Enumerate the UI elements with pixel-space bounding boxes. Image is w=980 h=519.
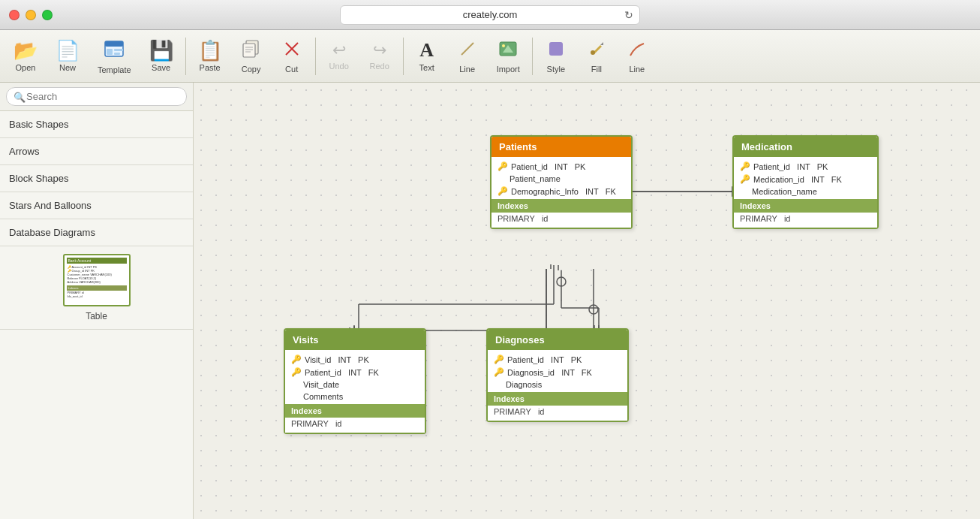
key-icon: 🔑 bbox=[494, 355, 504, 364]
svg-point-46 bbox=[557, 277, 566, 286]
copy-label: Copy bbox=[242, 65, 261, 74]
search-input[interactable] bbox=[6, 87, 187, 106]
key-icon: 🔑 bbox=[498, 161, 508, 171]
line2-label: Line bbox=[629, 65, 645, 74]
separator-1 bbox=[185, 38, 186, 75]
open-label: Open bbox=[16, 63, 36, 72]
open-button[interactable]: 📂 Open bbox=[6, 36, 45, 77]
sidebar-item-label: Block Shapes bbox=[9, 173, 69, 184]
fill-button[interactable]: Fill bbox=[578, 35, 615, 78]
index-header: Indexes bbox=[492, 199, 631, 213]
diagnoses-table-header: Diagnoses bbox=[488, 330, 627, 350]
text-label: Text bbox=[419, 63, 434, 72]
style-icon bbox=[546, 39, 566, 62]
sidebar-item-label: Database Diagrams bbox=[9, 227, 95, 238]
template-icon bbox=[104, 38, 125, 62]
paste-button[interactable]: 📋 Paste bbox=[191, 36, 230, 77]
save-label: Save bbox=[152, 63, 170, 72]
index-header: Indexes bbox=[285, 404, 425, 418]
redo-label: Redo bbox=[369, 62, 389, 71]
close-button[interactable] bbox=[9, 10, 20, 20]
traffic-lights bbox=[9, 10, 53, 20]
sidebar-item-basic-shapes[interactable]: Basic Shapes bbox=[0, 111, 193, 138]
table-row: 🔑 Demographic_Info INT FK bbox=[498, 185, 625, 198]
table-row: 🔑 Patient_id INT PK bbox=[498, 160, 625, 173]
undo-label: Undo bbox=[329, 62, 348, 71]
table-row: 🔑 Patient_id INT FK bbox=[291, 366, 419, 379]
style-button[interactable]: Style bbox=[537, 35, 575, 78]
line-icon bbox=[458, 39, 477, 62]
style-label: Style bbox=[547, 65, 565, 74]
svg-point-30 bbox=[589, 305, 598, 314]
url-bar[interactable]: creately.com ↻ bbox=[340, 5, 640, 25]
maximize-button[interactable] bbox=[42, 10, 53, 20]
titlebar: creately.com ↻ bbox=[0, 0, 980, 30]
index-row: PRIMARY id bbox=[740, 213, 871, 225]
visits-table-body: 🔑 Visit_id INT PK 🔑 Patient_id INT FK Vi… bbox=[285, 350, 425, 433]
redo-button[interactable]: ↪ Redo bbox=[361, 38, 398, 75]
svg-rect-3 bbox=[114, 49, 123, 51]
cut-label: Cut bbox=[285, 65, 298, 74]
sidebar-thumbnail[interactable]: Bank Account 🔑 Account_id INT PK 🔑 Group… bbox=[0, 246, 193, 330]
line-button[interactable]: Line bbox=[449, 35, 486, 78]
redo-icon: ↪ bbox=[373, 42, 386, 59]
new-button[interactable]: 📄 New bbox=[48, 36, 87, 77]
fill-icon bbox=[587, 39, 606, 62]
table-row: 🔑 Diagnosis_id INT FK bbox=[494, 366, 621, 379]
save-icon: 💾 bbox=[149, 41, 173, 60]
url-text: creately.com bbox=[463, 9, 518, 20]
line2-button[interactable]: Line bbox=[618, 35, 656, 78]
medication-table[interactable]: Medication 🔑 Patient_id INT PK 🔑 Medicat… bbox=[732, 135, 879, 229]
import-button[interactable]: Import bbox=[489, 35, 528, 78]
index-row: PRIMARY id bbox=[498, 213, 625, 225]
separator-3 bbox=[403, 38, 404, 75]
paste-label: Paste bbox=[200, 63, 221, 72]
fk-icon: 🔑 bbox=[291, 367, 302, 377]
sidebar-item-block-shapes[interactable]: Block Shapes bbox=[0, 165, 193, 192]
svg-rect-16 bbox=[549, 42, 563, 56]
import-label: Import bbox=[497, 65, 520, 74]
visits-table-header: Visits bbox=[285, 330, 425, 350]
diagnoses-table-body: 🔑 Patient_id INT PK 🔑 Diagnosis_id INT F… bbox=[488, 350, 627, 421]
thumbnail-label: Table bbox=[86, 311, 107, 321]
sidebar-item-arrows[interactable]: Arrows bbox=[0, 138, 193, 165]
index-row: PRIMARY id bbox=[291, 418, 419, 430]
table-row: Comments bbox=[291, 391, 419, 403]
save-button[interactable]: 💾 Save bbox=[142, 36, 181, 77]
index-row: PRIMARY id bbox=[494, 406, 621, 418]
patients-table[interactable]: Patients 🔑 Patient_id INT PK Patient_nam… bbox=[490, 135, 633, 229]
text-button[interactable]: A Text bbox=[408, 36, 446, 77]
table-row: 🔑 Medication_id INT FK bbox=[740, 173, 871, 186]
separator-2 bbox=[315, 38, 316, 75]
template-button[interactable]: Template bbox=[90, 34, 139, 79]
copy-icon bbox=[242, 39, 261, 62]
sidebar-item-label: Stars And Balloons bbox=[9, 200, 92, 211]
svg-rect-6 bbox=[243, 44, 255, 57]
sidebar-item-database-diagrams[interactable]: Database Diagrams bbox=[0, 219, 193, 246]
new-label: New bbox=[59, 63, 76, 72]
diagnoses-table[interactable]: Diagnoses 🔑 Patient_id INT PK 🔑 Diagnosi… bbox=[486, 328, 629, 422]
refresh-icon[interactable]: ↻ bbox=[624, 9, 633, 21]
table-row: 🔑 Patient_id INT PK bbox=[740, 160, 871, 173]
canvas[interactable]: Patients 🔑 Patient_id INT PK Patient_nam… bbox=[194, 83, 980, 519]
index-header: Indexes bbox=[488, 392, 627, 406]
fk-icon: 🔑 bbox=[494, 367, 504, 377]
svg-rect-4 bbox=[114, 53, 120, 55]
paste-icon: 📋 bbox=[198, 41, 222, 60]
copy-button[interactable]: Copy bbox=[233, 35, 270, 78]
fk-icon: 🔑 bbox=[740, 174, 750, 184]
new-icon: 📄 bbox=[56, 41, 80, 60]
undo-button[interactable]: ↩ Undo bbox=[320, 38, 358, 75]
visits-table[interactable]: Visits 🔑 Visit_id INT PK 🔑 Patient_id IN… bbox=[284, 328, 426, 434]
cut-icon bbox=[282, 39, 302, 62]
svg-point-17 bbox=[591, 50, 595, 55]
cut-button[interactable]: Cut bbox=[273, 35, 311, 78]
thumbnail-preview: Bank Account 🔑 Account_id INT PK 🔑 Group… bbox=[63, 254, 131, 306]
search-box: 🔍 bbox=[0, 83, 193, 111]
main-area: 🔍 Basic Shapes Arrows Block Shapes Stars… bbox=[0, 83, 980, 519]
sidebar-item-stars-balloons[interactable]: Stars And Balloons bbox=[0, 192, 193, 219]
fk-icon: 🔑 bbox=[498, 186, 508, 196]
minimize-button[interactable] bbox=[26, 10, 36, 20]
table-row: 🔑 Visit_id INT PK bbox=[291, 353, 419, 366]
table-row: Patient_name bbox=[498, 173, 625, 185]
